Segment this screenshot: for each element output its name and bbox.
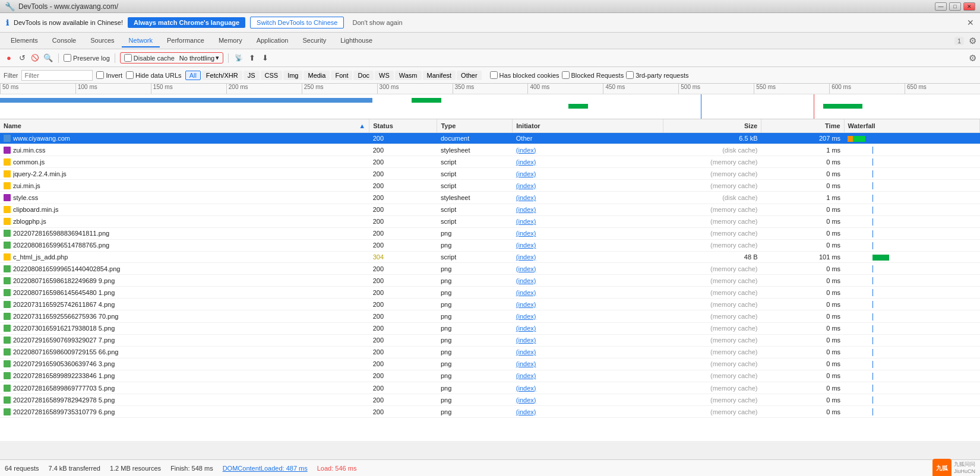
table-row[interactable]: 20220728165899782942978 5.png200png(inde… (0, 394, 980, 406)
match-language-button[interactable]: Always match Chrome's language (128, 17, 245, 28)
filter-type-manifest[interactable]: Manifest (423, 71, 456, 80)
tab-lighthouse[interactable]: Lighthouse (333, 34, 380, 47)
tab-elements[interactable]: Elements (4, 34, 45, 47)
table-row[interactable]: 20220729165907699329027 7.png200png(inde… (0, 334, 980, 346)
filter-type-js[interactable]: JS (244, 71, 260, 80)
initiator-link[interactable]: (index) (516, 206, 536, 213)
table-row[interactable]: 20220807165986182249689 9.png200png(inde… (0, 275, 980, 287)
dont-show-again-button[interactable]: Don't show again (349, 18, 406, 27)
initiator-link[interactable]: (index) (516, 408, 536, 415)
blocked-requests-checkbox[interactable] (562, 71, 570, 79)
record-button[interactable]: ● (4, 53, 14, 64)
filter-type-font[interactable]: Font (331, 71, 352, 80)
col-type[interactable]: Type (437, 119, 513, 133)
tab-sources[interactable]: Sources (83, 34, 121, 47)
initiator-link[interactable]: (index) (516, 385, 536, 392)
table-row[interactable]: zui.min.css200stylesheet(index)(disk cac… (0, 144, 980, 156)
timeline-bars[interactable] (0, 94, 980, 119)
filter-type-img[interactable]: Img (283, 71, 302, 80)
initiator-link[interactable]: (index) (516, 337, 536, 344)
filter-type-fetch/xhr[interactable]: Fetch/XHR (202, 71, 242, 80)
tab-security[interactable]: Security (295, 34, 333, 47)
initiator-link[interactable]: (index) (516, 218, 536, 225)
table-row[interactable]: 20220808165999651440402854.png200png(ind… (0, 263, 980, 275)
blocked-cookies-checkbox[interactable] (490, 71, 498, 79)
preserve-log-label[interactable]: Preserve log (64, 54, 110, 62)
table-row[interactable]: 20220728165988836941811.png200png(index)… (0, 227, 980, 239)
initiator-link[interactable]: (index) (516, 277, 536, 284)
filter-input[interactable] (21, 70, 93, 81)
table-row[interactable]: common.js200script(index)(memory cache)0… (0, 156, 980, 168)
invert-label[interactable]: Invert (96, 71, 122, 79)
initiator-link[interactable]: (index) (516, 158, 536, 166)
initiator-link[interactable]: (index) (516, 253, 536, 261)
maximize-button[interactable]: □ (949, 2, 961, 11)
filter-type-css[interactable]: CSS (261, 71, 283, 80)
table-row[interactable]: www.ciyawang.com200documentOther6.5 kB20… (0, 133, 980, 144)
throttle-container[interactable]: No throttling ▾ (179, 54, 219, 62)
initiator-link[interactable]: (index) (516, 182, 536, 189)
table-row[interactable]: 20220807165986145645480 1.png200png(inde… (0, 287, 980, 299)
table-row[interactable]: 20220730165916217938018 5.png200png(inde… (0, 322, 980, 334)
initiator-link[interactable]: (index) (516, 147, 536, 154)
import-har-button[interactable]: 📡 (233, 53, 244, 64)
table-row[interactable]: style.css200stylesheet(index)(disk cache… (0, 192, 980, 204)
initiator-link[interactable]: (index) (516, 360, 536, 367)
hide-data-urls-checkbox[interactable] (126, 71, 134, 79)
table-container[interactable]: Name ▲ Status Type Initiator Size Time W… (0, 119, 980, 441)
filter-type-all[interactable]: All (185, 71, 201, 80)
table-row[interactable]: 20220731165925566275936 70.png200png(ind… (0, 310, 980, 322)
tab-console[interactable]: Console (45, 34, 83, 47)
table-row[interactable]: 20220728165899892233846 1.png200png(inde… (0, 370, 980, 382)
close-button[interactable]: ✕ (963, 2, 975, 11)
export-har-button[interactable]: ⬆ (246, 53, 257, 64)
invert-checkbox[interactable] (96, 71, 104, 79)
switch-devtools-button[interactable]: Switch DevTools to Chinese (250, 17, 344, 28)
third-party-checkbox[interactable] (626, 71, 634, 79)
col-name[interactable]: Name ▲ (0, 119, 369, 133)
initiator-link[interactable]: (index) (516, 372, 536, 379)
col-time[interactable]: Time (761, 119, 845, 133)
clear-button[interactable]: 🚫 (30, 53, 40, 64)
search-button[interactable]: 🔍 (43, 53, 53, 64)
tab-memory[interactable]: Memory (211, 34, 249, 47)
initiator-link[interactable]: (index) (516, 170, 536, 177)
table-row[interactable]: 20220728165899869777703 5.png200png(inde… (0, 382, 980, 394)
info-close-button[interactable]: ✕ (967, 18, 974, 27)
filter-type-media[interactable]: Media (304, 71, 330, 80)
table-row[interactable]: jquery-2.2.4.min.js200script(index)(memo… (0, 168, 980, 180)
settings-gear-icon[interactable]: ⚙ (969, 36, 976, 46)
toolbar-settings-icon[interactable]: ⚙ (969, 53, 976, 64)
col-status[interactable]: Status (369, 119, 437, 133)
table-row[interactable]: 20220808165996514788765.png200png(index)… (0, 239, 980, 251)
table-row[interactable]: 20220728165899735310779 6.png200png(inde… (0, 406, 980, 418)
initiator-link[interactable]: (index) (516, 313, 536, 320)
initiator-link[interactable]: (index) (516, 194, 536, 201)
col-initiator[interactable]: Initiator (513, 119, 663, 133)
table-row[interactable]: 20220729165905360639746 3.png200png(inde… (0, 358, 980, 370)
table-row[interactable]: 20220731165925742611867 4.png200png(inde… (0, 299, 980, 310)
minimize-button[interactable]: — (935, 2, 947, 11)
hide-data-urls-label[interactable]: Hide data URLs (126, 71, 182, 79)
clear-network-button[interactable]: ⬇ (260, 53, 270, 64)
initiator-link[interactable]: (index) (516, 301, 536, 308)
filter-type-wasm[interactable]: Wasm (395, 71, 422, 80)
initiator-link[interactable]: (index) (516, 289, 536, 296)
tab-network[interactable]: Network (122, 34, 160, 47)
initiator-link[interactable]: (index) (516, 242, 536, 249)
disable-cache-checkbox[interactable] (124, 54, 132, 62)
table-row[interactable]: zui.min.js200script(index)(memory cache)… (0, 180, 980, 192)
col-size[interactable]: Size (663, 119, 761, 133)
initiator-link[interactable]: (index) (516, 325, 536, 332)
table-row[interactable]: clipboard.min.js200script(index)(memory … (0, 204, 980, 215)
tab-performance[interactable]: Performance (160, 34, 211, 47)
table-row[interactable]: c_html_js_add.php304script(index)48 B101… (0, 251, 980, 262)
col-waterfall[interactable]: Waterfall (844, 119, 979, 133)
filter-type-doc[interactable]: Doc (353, 71, 374, 80)
tab-application[interactable]: Application (249, 34, 296, 47)
preserve-log-checkbox[interactable] (64, 54, 71, 62)
disable-cache-label[interactable]: Disable cache (124, 54, 175, 62)
reload-button[interactable]: ↺ (17, 53, 27, 64)
table-row[interactable]: 20220807165986009729155 66.png200png(ind… (0, 346, 980, 358)
initiator-link[interactable]: (index) (516, 396, 536, 404)
